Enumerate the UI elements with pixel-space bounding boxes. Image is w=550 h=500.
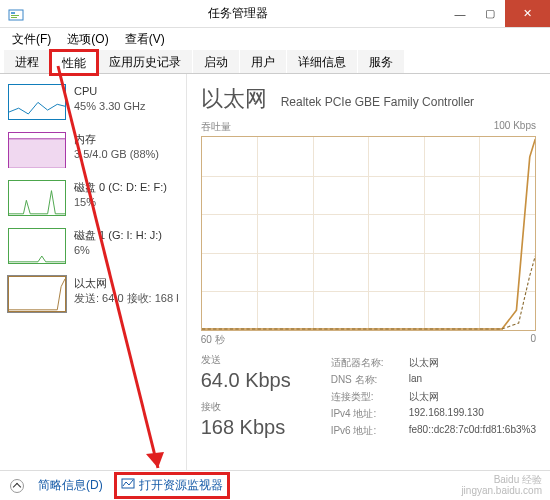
chart-label-60s: 60 秒 (201, 333, 225, 347)
send-label: 发送 (201, 353, 311, 367)
sidebar-item-disk0[interactable]: 磁盘 0 (C: D: E: F:) 15% (4, 174, 182, 222)
content-area: CPU 45% 3.30 GHz 内存 3.5/4.0 GB (88%) 磁盘 … (0, 74, 550, 470)
chart-line-icon (202, 137, 535, 330)
throughput-chart-wrap: 吞吐量 100 Kbps 60 秒 0 (201, 120, 536, 347)
tab-startup[interactable]: 启动 (193, 50, 239, 73)
sidebar-item-cpu[interactable]: CPU 45% 3.30 GHz (4, 78, 182, 126)
disk1-title: 磁盘 1 (G: I: H: J:) (74, 228, 162, 243)
svg-rect-3 (11, 17, 17, 18)
memory-sub: 3.5/4.0 GB (88%) (74, 147, 159, 162)
recv-value: 168 Kbps (201, 416, 311, 439)
info-table: 适配器名称:以太网 DNS 名称:lan 连接类型:以太网 IPv4 地址:19… (331, 353, 536, 447)
tab-performance[interactable]: 性能 (51, 51, 97, 74)
disk0-thumb (8, 180, 66, 216)
disk1-thumb (8, 228, 66, 264)
monitor-icon (121, 477, 135, 494)
fewer-details-link[interactable]: 简略信息(D) (38, 477, 103, 494)
resmon-label: 打开资源监视器 (139, 477, 223, 494)
throughput-chart (201, 136, 536, 331)
info-key: DNS 名称: (331, 373, 403, 387)
panel-title: 以太网 (201, 84, 267, 114)
info-val: 以太网 (409, 390, 439, 404)
disk1-sub: 6% (74, 243, 162, 258)
menu-file[interactable]: 文件(F) (6, 29, 57, 50)
window-controls: — ▢ ✕ (445, 0, 550, 27)
svg-rect-4 (9, 139, 65, 168)
memory-title: 内存 (74, 132, 159, 147)
tab-details[interactable]: 详细信息 (287, 50, 357, 73)
adapter-name: Realtek PCIe GBE Family Controller (281, 95, 474, 109)
chart-label-max: 100 Kbps (494, 120, 536, 134)
info-key: 适配器名称: (331, 356, 403, 370)
title-bar: 任务管理器 — ▢ ✕ (0, 0, 550, 28)
info-key: 连接类型: (331, 390, 403, 404)
svg-rect-2 (11, 15, 19, 16)
window-title: 任务管理器 (30, 5, 445, 22)
sidebar-item-disk1[interactable]: 磁盘 1 (G: I: H: J:) 6% (4, 222, 182, 270)
performance-sidebar: CPU 45% 3.30 GHz 内存 3.5/4.0 GB (88%) 磁盘 … (0, 74, 187, 470)
tab-app-history[interactable]: 应用历史记录 (98, 50, 192, 73)
cpu-title: CPU (74, 84, 146, 99)
info-val: fe80::dc28:7c0d:fd81:6b3%3 (409, 424, 536, 438)
chart-label-zero: 0 (530, 333, 536, 347)
cpu-thumb (8, 84, 66, 120)
disk0-sub: 15% (74, 195, 167, 210)
ethernet-sub: 发送: 64.0 接收: 168 K (74, 291, 178, 306)
ethernet-thumb (8, 276, 66, 312)
recv-label: 接收 (201, 400, 311, 414)
disk0-title: 磁盘 0 (C: D: E: F:) (74, 180, 167, 195)
menu-bar: 文件(F) 选项(O) 查看(V) (0, 28, 550, 50)
chart-label-throughput: 吞吐量 (201, 120, 231, 134)
info-val: 以太网 (409, 356, 439, 370)
info-val: lan (409, 373, 422, 387)
sidebar-item-memory[interactable]: 内存 3.5/4.0 GB (88%) (4, 126, 182, 174)
sidebar-item-ethernet[interactable]: 以太网 发送: 64.0 接收: 168 K (4, 270, 182, 318)
watermark-line1: Baidu 经验 (461, 474, 542, 485)
tab-users[interactable]: 用户 (240, 50, 286, 73)
menu-options[interactable]: 选项(O) (61, 29, 114, 50)
cpu-sub: 45% 3.30 GHz (74, 99, 146, 114)
svg-rect-1 (11, 12, 15, 14)
open-resource-monitor-link[interactable]: 打开资源监视器 (117, 475, 227, 496)
close-button[interactable]: ✕ (505, 0, 550, 27)
minimize-button[interactable]: — (445, 0, 475, 27)
send-value: 64.0 Kbps (201, 369, 311, 392)
maximize-button[interactable]: ▢ (475, 0, 505, 27)
main-panel: 以太网 Realtek PCIe GBE Family Controller 吞… (187, 74, 550, 470)
watermark: Baidu 经验 jingyan.baidu.com (461, 474, 542, 496)
watermark-line2: jingyan.baidu.com (461, 485, 542, 496)
ethernet-title: 以太网 (74, 276, 178, 291)
tab-services[interactable]: 服务 (358, 50, 404, 73)
stats-area: 发送 64.0 Kbps 接收 168 Kbps 适配器名称:以太网 DNS 名… (201, 353, 536, 447)
info-key: IPv6 地址: (331, 424, 403, 438)
tab-processes[interactable]: 进程 (4, 50, 50, 73)
info-val: 192.168.199.130 (409, 407, 484, 421)
memory-thumb (8, 132, 66, 168)
menu-view[interactable]: 查看(V) (119, 29, 171, 50)
chevron-up-icon[interactable] (10, 479, 24, 493)
tab-strip: 进程 性能 应用历史记录 启动 用户 详细信息 服务 (0, 50, 550, 74)
main-header: 以太网 Realtek PCIe GBE Family Controller (201, 84, 536, 114)
info-key: IPv4 地址: (331, 407, 403, 421)
app-icon (8, 6, 24, 22)
